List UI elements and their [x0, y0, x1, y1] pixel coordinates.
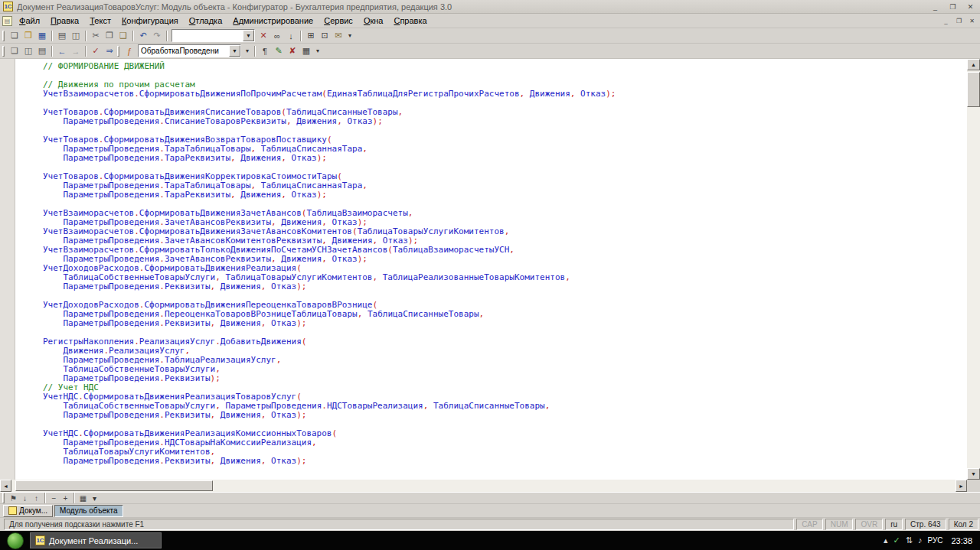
mdi-close-button[interactable]: ✕ — [966, 16, 978, 26]
chevron-down-icon[interactable]: ▼ — [229, 45, 240, 57]
code-line[interactable]: ПараметрыПроведения.ТараРеквизиты, Движе… — [43, 154, 967, 163]
code-line[interactable]: ПараметрыПроведения.Реквизиты, Движения,… — [43, 319, 967, 328]
scroll-right-icon[interactable]: ► — [956, 480, 967, 492]
new-window-icon[interactable]: ❏ — [8, 44, 21, 58]
menu-item[interactable]: Файл — [14, 15, 45, 27]
bookmark-toggle-icon[interactable]: ⚑ — [8, 493, 19, 503]
scroll-up-icon[interactable]: ▲ — [967, 59, 980, 70]
new-document-icon[interactable]: ❏ — [8, 29, 21, 43]
calculator-icon[interactable]: ⊞ — [304, 29, 318, 43]
procedure-icon[interactable]: ƒ — [122, 44, 136, 58]
code-line[interactable]: УчетВзаиморасчетов.СформироватьДвиженияП… — [43, 89, 967, 99]
code-templates-icon[interactable]: ▦ — [299, 44, 313, 58]
menu-item[interactable]: Конфигурация — [116, 15, 184, 27]
security-icon[interactable]: ✓ — [893, 535, 900, 545]
find-icon[interactable]: ∞ — [270, 29, 284, 43]
vertical-scroll-track[interactable] — [967, 70, 980, 468]
vertical-scroll-thumb[interactable] — [967, 72, 980, 107]
status-bar: Для получения подсказки нажмите F1 CAPNU… — [0, 518, 980, 531]
windows-list-icon[interactable]: ▤ — [35, 44, 49, 58]
restore-button[interactable]: ❐ — [946, 2, 959, 12]
bookmark-next-icon[interactable]: ↓ — [19, 493, 31, 503]
format-block-icon[interactable]: ¶ — [258, 44, 272, 58]
language-indicator[interactable]: РУС — [927, 536, 942, 545]
calendar-icon[interactable]: ⊡ — [318, 29, 332, 43]
mdi-controls: _ ❐ ✕ — [939, 16, 978, 26]
go-forward-icon[interactable]: → — [69, 44, 83, 58]
syntax-check-icon[interactable]: ✓ — [89, 44, 103, 58]
volume-icon[interactable]: ♪ — [918, 535, 923, 545]
scroll-left-icon[interactable]: ◄ — [0, 480, 11, 492]
code-line[interactable]: ПараметрыПроведения.СписаниеТоваровРекви… — [43, 117, 967, 126]
menu-item[interactable]: Текст — [84, 15, 116, 27]
find-next-icon[interactable]: ↓ — [284, 29, 298, 43]
taskbar-task-button[interactable]: 1С Документ Реализаци... — [30, 532, 162, 548]
chevron-down-icon[interactable]: ▼ — [243, 30, 254, 41]
network-icon[interactable]: ⇅ — [906, 535, 913, 545]
procedure-list-dropdown-icon[interactable]: ▾ — [243, 44, 252, 58]
code-line[interactable]: ПараметрыПроведения.Реквизиты, Движения,… — [43, 282, 967, 291]
show-hidden-icon[interactable]: ▴ — [884, 535, 888, 545]
scroll-down-icon[interactable]: ▼ — [967, 468, 980, 480]
code-line[interactable]: ПараметрыПроведения.Реквизиты, Движения,… — [43, 411, 967, 420]
minimize-button[interactable]: _ — [929, 2, 942, 12]
bookmark-previous-icon[interactable]: ↑ — [31, 493, 42, 503]
toolbar-handle[interactable] — [117, 46, 119, 57]
copy-icon[interactable]: ❐ — [103, 29, 116, 43]
taskbar-clock[interactable]: 23:38 — [951, 536, 972, 545]
mdi-minimize-button[interactable]: _ — [940, 16, 952, 26]
horizontal-scroll-thumb[interactable] — [15, 480, 213, 491]
redo-icon[interactable]: ↷ — [150, 29, 164, 43]
menu-item[interactable]: Окна — [358, 15, 389, 27]
open-file-icon[interactable]: ❒ — [21, 29, 35, 43]
bookmark-toolbar-options-dropdown-icon[interactable]: ▾ — [89, 493, 100, 503]
save-file-icon[interactable]: ▦ — [35, 29, 49, 43]
procedure-combo[interactable]: ОбработкаПроведени▼ — [138, 44, 241, 57]
toolbar-separator — [85, 46, 87, 57]
menu-item[interactable]: Сервис — [318, 15, 358, 27]
toolbar-handle[interactable] — [2, 31, 5, 41]
service-messages-icon[interactable]: ✉ — [332, 29, 345, 43]
horizontal-scrollbar[interactable]: ◄ ► — [0, 480, 967, 492]
collapse-all-icon[interactable]: − — [48, 493, 60, 503]
menu-item[interactable]: Отладка — [184, 15, 228, 27]
close-button[interactable]: ✕ — [964, 2, 977, 12]
code-line[interactable]: // ФОРМИРОВАНИЕ ДВИЖЕНИЙ — [43, 62, 967, 71]
horizontal-scroll-track[interactable] — [11, 480, 956, 492]
start-button[interactable] — [7, 532, 24, 549]
toolbar-separator — [166, 31, 168, 41]
code-area[interactable]: // ФОРМИРОВАНИЕ ДВИЖЕНИЙ // Движения по … — [15, 59, 967, 480]
cut-icon[interactable]: ✂ — [89, 29, 103, 43]
code-line[interactable]: ПараметрыПроведения.ТараРеквизиты, Движе… — [43, 190, 967, 200]
toolbar-handle[interactable] — [2, 46, 5, 57]
expand-all-icon[interactable]: + — [60, 493, 71, 503]
window-tab-document[interactable]: Докум... — [3, 505, 53, 517]
ovr-indicator: OVR — [855, 519, 883, 530]
toolbar-options-dropdown-icon[interactable]: ▾ — [345, 29, 354, 43]
menu-item[interactable]: Администрирование — [227, 15, 318, 27]
window-tab-module[interactable]: Модуль объекта — [54, 505, 123, 517]
code-editor[interactable]: // ФОРМИРОВАНИЕ ДВИЖЕНИЙ // Движения по … — [0, 59, 967, 480]
search-combo[interactable]: ▼ — [172, 29, 255, 42]
toolbar-handle[interactable] — [2, 493, 5, 503]
paste-icon[interactable]: ❑ — [116, 29, 130, 43]
undo-icon[interactable]: ↶ — [136, 29, 150, 43]
highlight-options-icon[interactable]: ▦ — [77, 493, 89, 503]
go-back-icon[interactable]: ← — [55, 44, 69, 58]
mdi-restore-button[interactable]: ❐ — [953, 16, 965, 26]
menu-item[interactable]: Справка — [388, 15, 432, 27]
goto-definition-icon[interactable]: ⇒ — [103, 44, 116, 58]
clear-search-icon[interactable]: ✕ — [256, 29, 270, 43]
vertical-scrollbar[interactable]: ▲ ▼ — [967, 59, 980, 492]
remove-comment-icon[interactable]: ✘ — [286, 44, 299, 58]
toolbar-separator — [300, 31, 302, 41]
code-line[interactable]: ПараметрыПроведения.Реквизиты); — [43, 374, 967, 383]
toolbar-standard: ❏❒▦▤◫✂❐❑↶↷▼✕∞↓⊞⊡✉▾ — [0, 28, 980, 44]
add-comment-icon[interactable]: ✎ — [272, 44, 286, 58]
module-toolbar-options-dropdown-icon[interactable]: ▾ — [313, 44, 322, 58]
print-preview-icon[interactable]: ◫ — [69, 29, 83, 43]
code-line[interactable]: ПараметрыПроведения.Реквизиты, Движения,… — [43, 457, 967, 466]
split-window-icon[interactable]: ◫ — [21, 44, 35, 58]
menu-item[interactable]: Правка — [45, 15, 84, 27]
print-icon[interactable]: ▤ — [55, 29, 69, 43]
